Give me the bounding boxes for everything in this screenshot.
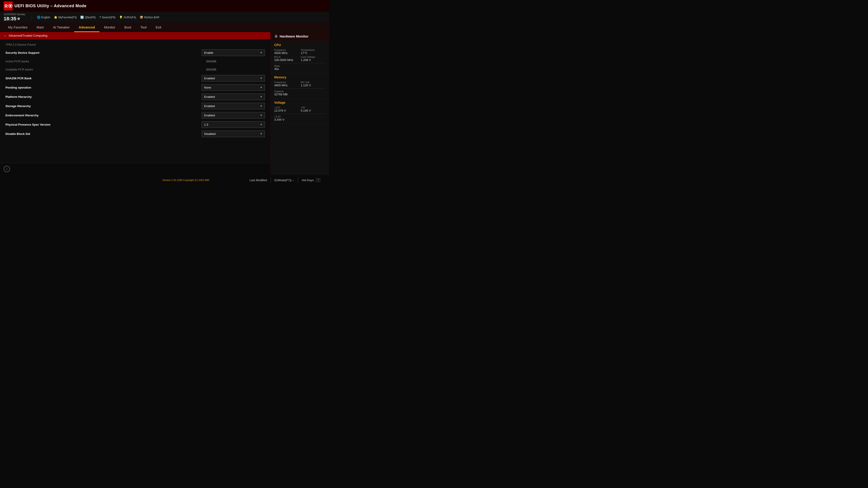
globe-icon: 🌐 — [37, 15, 40, 19]
voltage-12v: +12V 12.076 V — [274, 106, 299, 112]
nav-exit[interactable]: Exit — [151, 23, 166, 32]
aura-icon: 💡 — [119, 15, 123, 19]
table-row: Physical Presence Spec Version 1.3 ▼ — [0, 120, 270, 129]
cpu-section-title: CPU — [274, 43, 326, 47]
disable-block-sid-dropdown[interactable]: Disabled ▼ — [202, 131, 265, 137]
resize-icon: 📦 — [140, 15, 143, 19]
cpu-frequency-label: Frequency 4500 MHz — [274, 48, 299, 55]
platform-hierarchy-label: Platform Hierarchy — [5, 95, 202, 98]
resize-bar-label: ReSize BAR — [144, 16, 159, 19]
datetime-area: 12/25/2022 Sunday 18:35 ⚙ — [4, 13, 25, 22]
qfan-label: Qfan(F6) — [85, 16, 96, 19]
pending-op-label: Pending operation — [5, 86, 202, 89]
memory-mc-volt: MC Volt 1.120 V — [301, 81, 326, 87]
app-title: UEFI BIOS Utility – Advanced Mode — [14, 4, 87, 8]
endorsement-hierarchy-select[interactable]: Enabled ▼ — [202, 112, 265, 119]
back-arrow-icon[interactable]: ← — [4, 34, 7, 37]
dropdown-arrow-icon: ▼ — [260, 114, 262, 117]
search-label: Search(F9) — [102, 16, 116, 19]
my-favorite-btn[interactable]: ⭐ MyFavorite(F3) — [54, 15, 76, 19]
breadcrumb: ← Advanced\Trusted Computing — [0, 32, 270, 39]
dropdown-arrow-icon: ▼ — [260, 95, 262, 98]
voltage-section-title: Voltage — [274, 101, 326, 104]
cpu-temperature: Temperature 17°C — [301, 48, 326, 55]
cpu-core-voltage: Core Voltage 1.208 V — [301, 56, 326, 62]
memory-section: Memory Frequency 4800 MHz MC Volt 1.120 … — [271, 73, 329, 98]
hw-monitor-header: 🖥 Hardware Monitor — [271, 32, 329, 41]
footer: Version 2.22.1284 Copyright (C) 2022 AMI… — [0, 175, 329, 185]
available-pcr-label: Available PCR banks — [5, 68, 206, 71]
disable-block-sid-select[interactable]: Disabled ▼ — [202, 131, 265, 137]
table-row: Endorsement Hierarchy Enabled ▼ — [0, 111, 270, 120]
logo-area: R UEFI BIOS Utility – Advanced Mode — [4, 1, 87, 10]
svg-text:R: R — [4, 4, 8, 8]
table-row: Available PCR banks SHA256 — [0, 66, 270, 74]
last-modified-btn[interactable]: Last Modified — [246, 177, 271, 183]
breadcrumb-path: Advanced\Trusted Computing — [8, 34, 48, 37]
aura-label: AURA(F4) — [124, 16, 136, 19]
pending-op-value: None — [204, 86, 211, 89]
nav-ai-tweaker[interactable]: Ai Tweaker — [49, 23, 74, 32]
aura-btn[interactable]: 💡 AURA(F4) — [119, 15, 136, 19]
nav-monitor[interactable]: Monitor — [99, 23, 120, 32]
top-bar: 12/25/2022 Sunday 18:35 ⚙ | 🌐 English ⭐ … — [0, 12, 329, 23]
sha256-pcr-dropdown[interactable]: Enabled ▼ — [202, 75, 265, 82]
nav-tool[interactable]: Tool — [136, 23, 151, 32]
settings-gear-icon[interactable]: ⚙ — [17, 17, 20, 21]
table-row: Storage Hierarchy Enabled ▼ — [0, 101, 270, 111]
date-display: 12/25/2022 Sunday — [4, 13, 25, 16]
time-display: 18:35 ⚙ — [4, 16, 25, 22]
cpu-grid: Frequency 4500 MHz Temperature 17°C BCLK… — [274, 48, 326, 62]
table-row: Disable Block Sid Disabled ▼ — [0, 129, 270, 138]
language-selector[interactable]: 🌐 English — [37, 15, 50, 19]
svg-point-3 — [9, 5, 11, 7]
physical-presence-select[interactable]: 1.3 ▼ — [202, 121, 265, 128]
nav-main[interactable]: Main — [32, 23, 49, 32]
dropdown-arrow-icon: ▼ — [260, 77, 262, 79]
search-btn[interactable]: ? Search(F9) — [99, 15, 115, 19]
platform-hierarchy-dropdown[interactable]: Enabled ▼ — [202, 94, 265, 100]
body-area: ← Advanced\Trusted Computing TPM 2.0 Dev… — [0, 32, 329, 175]
dropdown-arrow-icon: ▼ — [260, 86, 262, 89]
memory-frequency: Frequency 4800 MHz — [274, 81, 299, 87]
security-device-support-dropdown[interactable]: Enable ▼ — [202, 50, 265, 56]
security-device-support-select[interactable]: Enable ▼ — [202, 50, 265, 56]
table-row: Pending operation None ▼ — [0, 83, 270, 92]
separator: | — [31, 16, 32, 19]
pending-op-dropdown[interactable]: None ▼ — [202, 84, 265, 91]
endorsement-hierarchy-label: Endorsement Hierarchy — [5, 113, 202, 117]
footer-version: Version 2.22.1284 Copyright (C) 2022 AMI — [126, 179, 246, 182]
nav-advanced[interactable]: Advanced — [74, 23, 99, 32]
nav-boot[interactable]: Boot — [120, 23, 136, 32]
storage-hierarchy-select[interactable]: Enabled ▼ — [202, 103, 265, 109]
qfan-btn[interactable]: 🔄 Qfan(F6) — [80, 15, 96, 19]
storage-hierarchy-value: Enabled — [204, 104, 215, 108]
ez-mode-btn[interactable]: EzMode(F7)|→ — [271, 177, 298, 183]
endorsement-hierarchy-dropdown[interactable]: Enabled ▼ — [202, 112, 265, 119]
header: R UEFI BIOS Utility – Advanced Mode — [0, 0, 329, 12]
table-row: Active PCR banks SHA256 — [0, 57, 270, 66]
voltage-33v: +3.3V 3.344 V — [274, 115, 326, 121]
sha256-pcr-select[interactable]: Enabled ▼ — [202, 75, 265, 82]
hw-monitor-title: Hardware Monitor — [280, 34, 309, 38]
hot-keys-label: Hot Keys — [302, 178, 314, 182]
rog-logo-icon: R — [4, 1, 13, 10]
hardware-monitor-panel: 🖥 Hardware Monitor CPU Frequency 4500 MH… — [270, 32, 329, 175]
language-label: English — [41, 16, 50, 19]
cpu-ratio: Ratio 45x — [274, 65, 326, 71]
active-pcr-label: Active PCR banks — [5, 60, 206, 63]
physical-presence-dropdown[interactable]: 1.3 ▼ — [202, 121, 265, 128]
monitor-icon: 🖥 — [274, 34, 278, 38]
platform-hierarchy-select[interactable]: Enabled ▼ — [202, 94, 265, 100]
storage-hierarchy-dropdown[interactable]: Enabled ▼ — [202, 103, 265, 109]
storage-hierarchy-label: Storage Hierarchy — [5, 104, 202, 108]
disable-block-sid-label: Disable Block Sid — [5, 132, 202, 135]
footer-buttons: Last Modified EzMode(F7)|→ Hot Keys ? — [246, 177, 324, 183]
resize-bar-btn[interactable]: 📦 ReSize BAR — [140, 15, 159, 19]
info-button[interactable]: i — [4, 166, 10, 172]
pending-op-select[interactable]: None ▼ — [202, 84, 265, 91]
search-icon: ? — [99, 15, 101, 19]
memory-grid: Frequency 4800 MHz MC Volt 1.120 V — [274, 81, 326, 87]
hot-keys-btn[interactable]: Hot Keys ? — [298, 177, 324, 183]
nav-my-favorites[interactable]: My Favorites — [4, 23, 32, 32]
